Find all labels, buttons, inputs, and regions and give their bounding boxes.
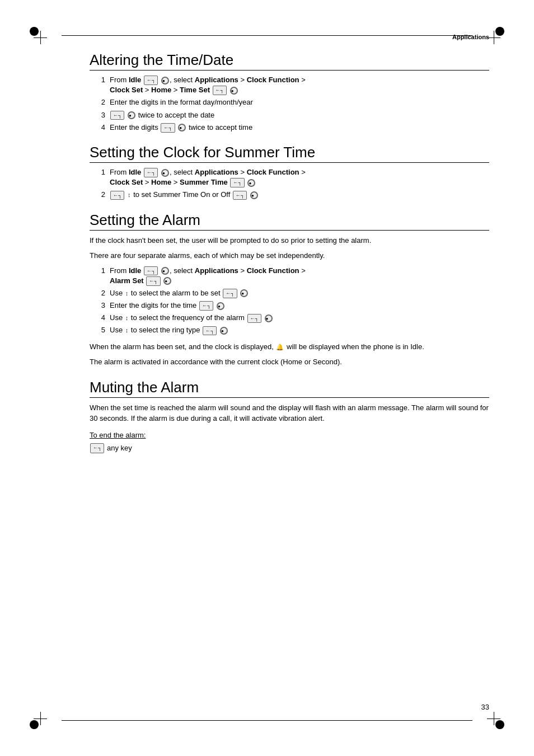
section-setting-alarm: Setting the Alarm If the clock hasn't be…: [90, 212, 489, 368]
ok-key-icon: ●: [178, 124, 186, 132]
nav-key-icon: ←┐: [203, 326, 217, 336]
list-item: 5 Use ↕ to select the ring type ←┐ ●: [90, 325, 489, 335]
nav-key-icon: ←┐: [144, 76, 158, 85]
nav-key-icon: ←┐: [230, 178, 244, 187]
ok-key-icon: ●: [161, 267, 169, 275]
page-header: Applications: [90, 34, 489, 40]
hline-bottom: [62, 720, 472, 721]
nav-key-icon: ←┐: [90, 443, 104, 453]
section-title-alarm: Setting the Alarm: [90, 212, 489, 231]
list-item: 2 Enter the digits in the format day/mon…: [90, 97, 489, 107]
header-label: Applications: [452, 34, 489, 40]
list-item: 3 ←┐ ● twice to accept the date: [90, 110, 489, 120]
corner-circle-bl: [30, 720, 39, 729]
corner-circle-br: [495, 720, 504, 729]
alarm-intro-1: If the clock hasn't been set, the user w…: [90, 235, 489, 246]
scroll-key-icon: ↕: [128, 191, 131, 199]
nav-key-icon: ←┐: [144, 266, 158, 276]
list-item: 1 From Idle ←┐ ●, select Applications > …: [90, 167, 489, 187]
alarm-intro-2: There are four separate alarms, each of …: [90, 250, 489, 261]
ok-key-icon: ●: [161, 77, 169, 84]
ok-key-icon: ●: [230, 87, 238, 95]
nav-key-icon: ←┐: [161, 123, 175, 133]
section-title-summer: Setting the Clock for Summer Time: [90, 144, 489, 163]
ok-key-icon: ●: [163, 277, 171, 285]
page-number: 33: [481, 703, 489, 711]
alarm-outro-1: When the alarm has been set, and the clo…: [90, 341, 489, 353]
scroll-key-icon: ↕: [125, 314, 129, 322]
end-alarm-subheading: To end the alarm:: [90, 431, 489, 439]
nav-key-icon: ←┐: [223, 289, 237, 298]
page: Applications Altering the Time/Date 1 Fr…: [0, 0, 534, 756]
section-muting-alarm: Muting the Alarm When the set time is re…: [90, 379, 489, 454]
ok-key-icon: ●: [250, 191, 258, 199]
alarm-bell-icon: 🔔: [276, 342, 284, 352]
main-content: Applications Altering the Time/Date 1 Fr…: [90, 34, 489, 453]
nav-key-icon: ←┐: [247, 314, 261, 323]
steps-list-summer: 1 From Idle ←┐ ●, select Applications > …: [90, 167, 489, 200]
nav-key-icon: ←┐: [144, 168, 158, 177]
end-alarm-instruction: ←┐ any key: [90, 443, 489, 454]
ok-key-icon: ●: [161, 169, 169, 177]
ok-key-icon: ●: [128, 111, 135, 119]
list-item: 4 Enter the digits ←┐ ● twice to accept …: [90, 123, 489, 133]
list-item: 4 Use ↕ to select the frequency of the a…: [90, 313, 489, 323]
list-item: 1 From Idle ←┐ ●, select Applications > …: [90, 75, 489, 95]
list-item: 3 Enter the digits for the time ←┐ ●: [90, 300, 489, 311]
section-summer-time: Setting the Clock for Summer Time 1 From…: [90, 144, 489, 200]
section-title-altering: Altering the Time/Date: [90, 51, 489, 71]
ok-key-icon: ●: [217, 302, 224, 310]
list-item: 2 ←┐ ↕ to set Summer Time On or Off ←┐ ●: [90, 190, 489, 200]
nav-key-icon: ←┐: [233, 191, 247, 200]
section-title-muting: Muting the Alarm: [90, 379, 489, 398]
section-altering-time-date: Altering the Time/Date 1 From Idle ←┐ ●,…: [90, 51, 489, 133]
ok-key-icon: ●: [247, 179, 255, 187]
alarm-outro-2: The alarm is activated in accordance wit…: [90, 356, 489, 368]
scroll-key-icon: ↕: [125, 326, 129, 335]
steps-list-alarm: 1 From Idle ←┐ ●, select Applications > …: [90, 266, 489, 336]
nav-key-icon: ←┐: [213, 86, 227, 95]
muting-para-1: When the set time is reached the alarm w…: [90, 402, 489, 424]
nav-key-icon: ←┐: [110, 111, 124, 120]
ok-key-icon: ●: [220, 327, 228, 335]
ok-key-icon: ●: [265, 314, 273, 322]
corner-circle-tr: [495, 27, 504, 36]
ok-key-icon: ●: [240, 289, 248, 297]
scroll-key-icon: ↕: [125, 289, 129, 298]
nav-key-icon: ←┐: [146, 276, 160, 286]
steps-list-altering: 1 From Idle ←┐ ●, select Applications > …: [90, 75, 489, 133]
corner-circle-tl: [30, 27, 39, 36]
list-item: 1 From Idle ←┐ ●, select Applications > …: [90, 266, 489, 286]
nav-key-icon: ←┐: [110, 191, 124, 200]
nav-key-icon: ←┐: [199, 301, 213, 311]
list-item: 2 Use ↕ to select the alarm to be set ←┐…: [90, 288, 489, 298]
